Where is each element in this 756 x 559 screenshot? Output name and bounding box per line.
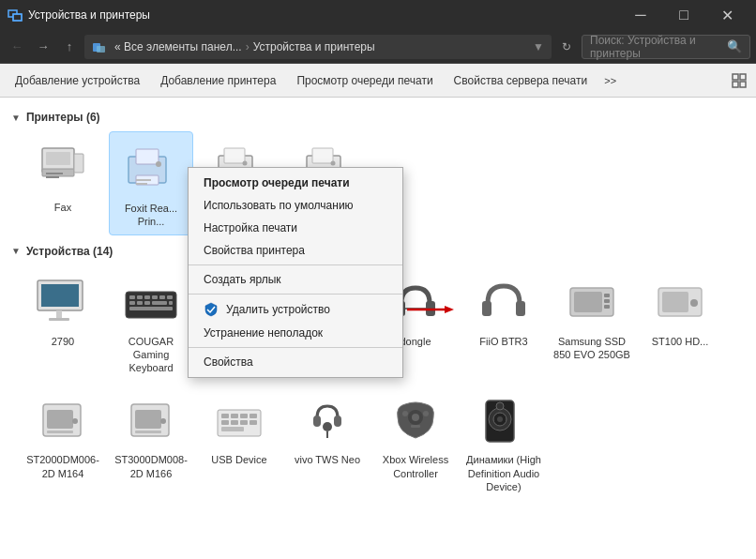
context-menu: Просмотр очереди печати Использовать по … xyxy=(188,167,403,378)
device-item-samsung-ssd[interactable]: Samsung SSD 850 EVO 250GB xyxy=(550,265,634,381)
svg-rect-7 xyxy=(733,82,738,87)
device-item-xbox[interactable]: Xbox Wireless Controller xyxy=(373,384,458,499)
device-item-2790[interactable]: 2790 xyxy=(21,265,105,381)
svg-rect-19 xyxy=(136,179,151,181)
device-item-st3000[interactable]: ST3000DM008-2D M166 xyxy=(109,384,193,499)
fiio-label: FiiO BTR3 xyxy=(479,335,527,348)
minimize-button[interactable]: ─ xyxy=(619,0,662,30)
svg-rect-38 xyxy=(152,295,158,299)
fiio-icon xyxy=(474,271,534,331)
svg-point-24 xyxy=(243,161,248,166)
svg-point-18 xyxy=(156,161,161,167)
svg-rect-36 xyxy=(137,295,143,299)
ctx-set-default[interactable]: Использовать по умолчанию xyxy=(189,194,402,217)
svg-point-78 xyxy=(160,418,166,424)
svg-rect-42 xyxy=(137,301,143,305)
svg-point-70 xyxy=(690,299,698,307)
svg-rect-62 xyxy=(516,301,525,316)
ctx-set-default-label: Использовать по умолчанию xyxy=(204,199,354,212)
svg-point-101 xyxy=(497,416,503,422)
st100-label: ST100 HD... xyxy=(652,335,709,348)
monitor-icon xyxy=(33,271,93,331)
foxit-label: Foxit Rea... Prin... xyxy=(113,202,189,229)
svg-rect-13 xyxy=(46,173,63,174)
svg-rect-81 xyxy=(231,414,238,418)
svg-rect-35 xyxy=(129,295,135,299)
device-item-fiio[interactable]: FiiO BTR3 xyxy=(461,265,546,381)
printers-section-label: Принтеры (6) xyxy=(26,111,100,124)
svg-rect-89 xyxy=(313,415,321,427)
forward-button[interactable]: → xyxy=(32,36,54,58)
ctx-preferences[interactable]: Настройка печати xyxy=(189,217,402,239)
fax-icon xyxy=(33,137,93,197)
address-bar: ← → ↑ « Все элементы панел... › Устройст… xyxy=(0,30,756,64)
back-button[interactable]: ← xyxy=(6,36,28,58)
add-printer-button[interactable]: Добавление принтера xyxy=(151,68,285,94)
more-button[interactable]: >> xyxy=(598,68,622,94)
svg-rect-86 xyxy=(240,420,248,425)
add-device-button[interactable]: Добавление устройства xyxy=(6,68,149,94)
svg-rect-43 xyxy=(144,301,150,305)
svg-rect-61 xyxy=(482,301,491,316)
devices-chevron-icon[interactable]: ▼ xyxy=(11,246,21,256)
up-button[interactable]: ↑ xyxy=(58,36,81,58)
server-props-button[interactable]: Свойства сервера печати xyxy=(445,68,597,94)
svg-rect-64 xyxy=(574,292,602,312)
ctx-view-queue-label: Просмотр очереди печати xyxy=(204,176,350,189)
ctx-remove-device[interactable]: Удалить устройство xyxy=(189,297,402,322)
address-path[interactable]: « Все элементы панел... › Устройства и п… xyxy=(84,35,552,59)
search-placeholder: Поиск: Устройства и принтеры xyxy=(590,34,721,60)
ctx-properties[interactable]: Свойства xyxy=(189,351,402,373)
samsung-ssd-icon xyxy=(562,271,622,331)
device-item-foxit[interactable]: Foxit Rea... Prin... xyxy=(109,131,193,235)
ctx-view-queue[interactable]: Просмотр очереди печати xyxy=(189,172,402,194)
ctx-create-shortcut[interactable]: Создать ярлык xyxy=(189,268,402,291)
svg-rect-88 xyxy=(221,427,244,431)
svg-rect-87 xyxy=(249,420,257,425)
device-item-fax[interactable]: Fax xyxy=(21,131,105,235)
ctx-printer-props-label: Свойства принтера xyxy=(204,244,305,257)
svg-rect-39 xyxy=(159,295,165,299)
svg-point-96 xyxy=(423,411,429,416)
maximize-button[interactable]: □ xyxy=(662,0,705,30)
svg-rect-16 xyxy=(136,149,159,164)
close-button[interactable]: ✕ xyxy=(705,0,748,30)
device-item-st2000[interactable]: ST2000DM006-2D M164 xyxy=(21,384,105,499)
window-title: Устройства и принтеры xyxy=(28,8,619,22)
print-queue-button[interactable]: Просмотр очереди печати xyxy=(287,68,442,94)
st2000-icon xyxy=(33,389,93,449)
svg-rect-31 xyxy=(41,284,79,307)
device-item-vivo[interactable]: vivo TWS Neo xyxy=(285,384,370,499)
search-box[interactable]: Поиск: Устройства и принтеры 🔍 xyxy=(582,35,750,59)
window-icon xyxy=(8,8,23,23)
usb-device-icon xyxy=(209,389,269,449)
ctx-troubleshoot[interactable]: Устранение неполадок xyxy=(189,322,402,344)
devices-section-label: Устройства (14) xyxy=(26,245,113,258)
device-item-usb[interactable]: USB Device xyxy=(197,384,281,499)
search-icon: 🔍 xyxy=(727,39,742,53)
keyboard-icon xyxy=(121,271,181,331)
usb-device-label: USB Device xyxy=(211,453,266,466)
dropdown-arrow-icon[interactable]: ▼ xyxy=(533,40,544,53)
device-item-speaker[interactable]: Динамики (High Definition Audio Device) xyxy=(461,384,546,499)
device-item-st100[interactable]: ST100 HD... xyxy=(638,265,722,381)
printers-section-header: ▼ Принтеры (6) xyxy=(11,111,745,124)
ctx-remove-label: Удалить устройство xyxy=(226,303,330,316)
svg-marker-104 xyxy=(445,306,454,313)
printers-chevron-icon[interactable]: ▼ xyxy=(11,113,21,123)
svg-rect-82 xyxy=(240,414,248,418)
st3000-icon xyxy=(121,389,181,449)
device-item-cougar-keyboard[interactable]: COUGAR Gaming Keyboard xyxy=(109,265,193,381)
svg-rect-65 xyxy=(604,294,610,297)
svg-rect-77 xyxy=(135,431,161,433)
svg-rect-33 xyxy=(49,318,69,321)
svg-rect-6 xyxy=(740,74,746,80)
ctx-sep3 xyxy=(189,347,402,348)
refresh-button[interactable]: ↻ xyxy=(555,36,578,58)
dongle-label: dongle xyxy=(400,335,431,348)
ctx-printer-props[interactable]: Свойства принтера xyxy=(189,239,402,262)
svg-point-29 xyxy=(331,161,336,166)
svg-rect-69 xyxy=(662,292,688,312)
view-options-button[interactable] xyxy=(728,69,750,92)
ctx-troubleshoot-label: Устранение неполадок xyxy=(204,326,323,340)
